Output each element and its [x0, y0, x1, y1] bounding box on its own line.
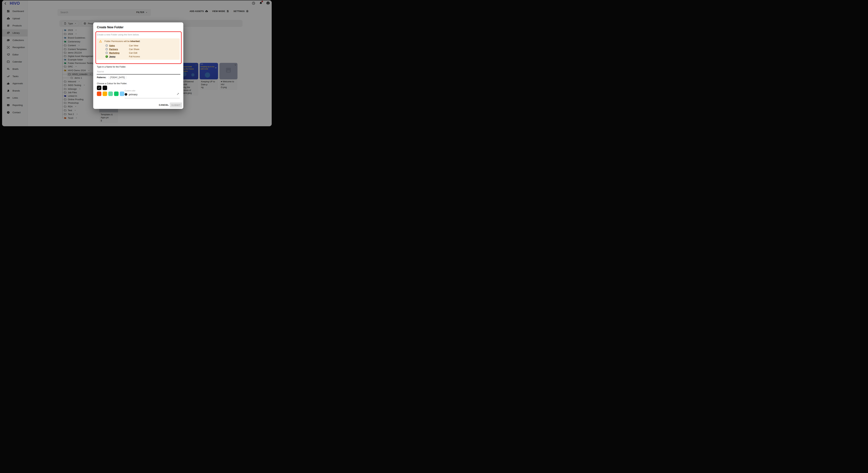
colour-swatch[interactable]: [102, 86, 107, 90]
group-avatar-icon: [105, 48, 108, 51]
colour-swatch[interactable]: [97, 91, 101, 96]
permission-row-marketing: MarketingCan Edit: [105, 51, 119, 54]
permission-name-link[interactable]: Jenny: [109, 55, 116, 58]
permission-level: Can Edit: [129, 52, 137, 54]
folder-name-input[interactable]: [97, 68, 180, 75]
group-avatar-icon: [105, 44, 108, 47]
group-avatar-icon: [105, 52, 108, 54]
patterns-label: Patterns:: [97, 76, 106, 79]
patterns-row: Patterns: {TODAY_DATE}: [97, 76, 127, 79]
custom-color-field: Custom color primary: [125, 90, 180, 98]
swatch-row-2: [97, 91, 124, 96]
custom-color-dot: [125, 93, 127, 96]
create-folder-modal: Create New Folder Create a new Folder us…: [93, 22, 183, 109]
user-photo-avatar: [105, 55, 108, 58]
check-icon: [98, 86, 100, 89]
permission-level: Can Share: [129, 48, 140, 51]
custom-color-label: Custom color: [125, 90, 180, 92]
warning-icon: [99, 39, 102, 43]
permissions-heading: Folder Permissions will be Inherited:: [104, 40, 140, 42]
permission-row-partners: PartnersCan Share: [105, 48, 118, 51]
permissions-panel: Folder Permissions will be Inherited: Sa…: [97, 38, 180, 60]
eyedropper-icon[interactable]: [176, 93, 179, 95]
swatch-row-1: [97, 86, 107, 90]
submit-button[interactable]: SUBMIT: [170, 102, 182, 108]
permission-row-jenny: JennyFull Access: [105, 55, 116, 58]
colour-swatch[interactable]: [114, 91, 119, 96]
colour-swatch[interactable]: [97, 86, 101, 90]
custom-color-value[interactable]: primary: [129, 93, 137, 96]
colour-swatch[interactable]: [102, 91, 107, 96]
colour-swatch[interactable]: [120, 91, 124, 96]
folder-name-label: Type in a Name for the Folder.: [97, 66, 126, 68]
modal-description: Create a new Folder using the form below…: [97, 33, 139, 36]
permission-name-link[interactable]: Marketing: [109, 52, 119, 54]
app-window: HIVO DashboardUploadProductsLibraryColle…: [2, 0, 272, 126]
colour-swatch[interactable]: [108, 91, 113, 96]
screen: HIVO DashboardUploadProductsLibraryColle…: [0, 0, 272, 128]
cancel-button[interactable]: CANCEL: [159, 104, 169, 106]
colour-label: Choose a Colour for the Folder.: [97, 82, 127, 85]
permission-name-link[interactable]: Sales: [109, 45, 115, 47]
permission-name-link[interactable]: Partners: [109, 48, 118, 51]
permission-level: Can View: [129, 45, 138, 47]
permission-level: Full Access: [129, 55, 140, 58]
modal-title: Create New Folder: [97, 26, 124, 29]
pattern-chip[interactable]: {TODAY_DATE}: [108, 76, 127, 79]
permission-row-sales: SalesCan View: [105, 44, 115, 47]
